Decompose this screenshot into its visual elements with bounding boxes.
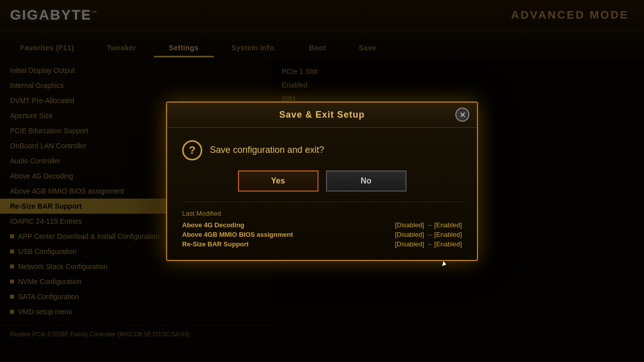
modal-body: ? Save configuration and exit? Yes No La… xyxy=(167,128,477,260)
change-key-0: Above 4G Decoding xyxy=(182,221,245,229)
no-button[interactable]: No xyxy=(326,170,407,192)
last-modified-section: Last Modified Above 4G Decoding [Disable… xyxy=(182,202,462,248)
last-modified-title: Last Modified xyxy=(182,210,462,217)
question-text: Save configuration and exit? xyxy=(210,145,324,155)
modal-close-button[interactable]: ✕ xyxy=(455,108,469,122)
modal-overlay: Save & Exit Setup ✕ ? Save configuration… xyxy=(0,0,644,362)
yes-button[interactable]: Yes xyxy=(238,170,318,192)
change-row-1: Above 4GB MMIO BIOS assignment [Disabled… xyxy=(182,231,462,238)
change-value-2: [Disabled] → [Enabled] xyxy=(395,240,462,248)
change-key-2: Re-Size BAR Support xyxy=(182,240,249,248)
modal-buttons: Yes No xyxy=(182,170,462,192)
change-row-0: Above 4G Decoding [Disabled] → [Enabled] xyxy=(182,221,462,229)
change-row-2: Re-Size BAR Support [Disabled] → [Enable… xyxy=(182,240,462,248)
modal-header: Save & Exit Setup ✕ xyxy=(167,103,477,128)
change-value-1: [Disabled] → [Enabled] xyxy=(395,231,462,238)
change-value-0: [Disabled] → [Enabled] xyxy=(395,221,462,229)
change-key-1: Above 4GB MMIO BIOS assignment xyxy=(182,231,293,238)
modal-question-row: ? Save configuration and exit? xyxy=(182,140,462,160)
save-exit-modal: Save & Exit Setup ✕ ? Save configuration… xyxy=(166,102,478,261)
question-icon: ? xyxy=(182,140,202,160)
modal-title: Save & Exit Setup xyxy=(279,110,365,120)
